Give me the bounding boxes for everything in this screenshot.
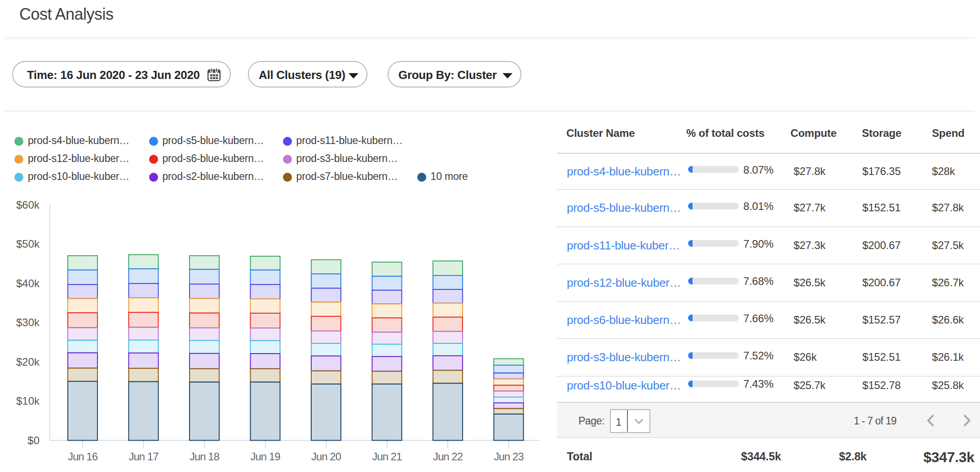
svg-text:Jun 19: Jun 19 (250, 450, 280, 463)
svg-text:$50k: $50k (16, 238, 40, 250)
svg-text:$60k: $60k (16, 199, 40, 211)
svg-text:$20k: $20k (16, 356, 40, 368)
svg-text:Jun 17: Jun 17 (128, 450, 159, 463)
svg-text:$40k: $40k (16, 277, 40, 289)
svg-text:Jun 18: Jun 18 (190, 450, 220, 463)
svg-text:Jun 22: Jun 22 (433, 450, 463, 463)
svg-text:$10k: $10k (16, 395, 40, 407)
svg-text:Jun 23: Jun 23 (494, 450, 524, 463)
svg-text:Jun 21: Jun 21 (372, 450, 402, 463)
svg-text:Jun 20: Jun 20 (311, 450, 341, 463)
svg-text:Jun 16: Jun 16 (68, 450, 98, 463)
svg-text:$30k: $30k (16, 316, 40, 328)
svg-text:$0: $0 (27, 434, 40, 446)
